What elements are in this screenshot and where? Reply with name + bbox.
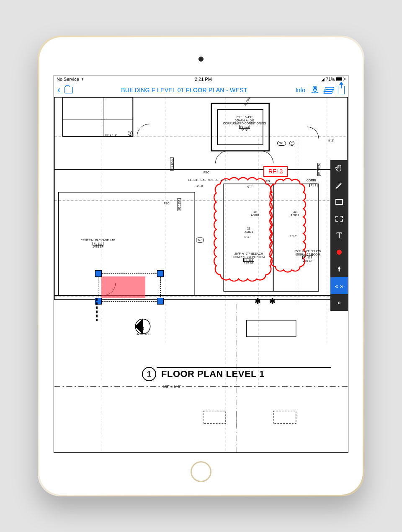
door-122c: F1 122C <box>170 158 174 170</box>
label-dim2: 14'-0" <box>196 184 204 188</box>
svg-rect-25 <box>63 97 133 137</box>
svg-rect-17 <box>54 97 348 300</box>
tag-38: 38A0801 <box>291 210 299 217</box>
label-corridor: CORRI <box>307 179 316 182</box>
rectangle-tool[interactable] <box>330 194 348 210</box>
back-button[interactable]: ‹ <box>57 85 60 96</box>
selection-rectangle[interactable] <box>98 273 161 302</box>
svg-text:✱: ✱ <box>269 297 276 305</box>
svg-rect-33 <box>273 411 296 424</box>
tag-n7: N7 <box>196 238 204 243</box>
pencil-tool[interactable] <box>330 177 348 194</box>
svg-rect-31 <box>246 320 296 336</box>
svg-text:✱: ✱ <box>255 297 261 305</box>
battery-percent: 71% <box>326 77 335 82</box>
label-dim3: 6'-4" <box>247 185 253 189</box>
label-corridor-code: F1 1 <box>309 183 317 187</box>
label-dim1: 15'-9 1/2" <box>105 134 117 137</box>
resize-handle-br[interactable] <box>157 298 164 305</box>
label-ct-room: 35°F +/-4°F BELOW 60%RH CT ROOM F1 113 2… <box>287 250 329 263</box>
svg-point-4 <box>314 87 315 88</box>
selection-leader <box>96 298 98 321</box>
wifi-icon: ᯤ <box>81 77 85 82</box>
label-fec2: FEC <box>164 202 170 205</box>
dashed-rectangle-tool[interactable] <box>330 210 348 227</box>
label-fec1: FEC <box>204 171 209 174</box>
door-115a: F1 115A <box>178 198 181 211</box>
resize-handle-tr[interactable] <box>157 270 164 277</box>
ipad-frame: No Service ᯤ 2:21 PM ◢ 71% ‹ BUILDING F … <box>38 36 364 496</box>
tag-35: 35A0801 <box>251 210 259 217</box>
selection-fill <box>101 276 145 298</box>
more-tools-button[interactable]: » <box>330 294 348 311</box>
section-2: 2 <box>142 327 144 331</box>
tag-33: 33A0801 <box>245 227 253 233</box>
label-elec: ELECTRICAL PANELS, S.E.D. <box>188 178 228 182</box>
info-button[interactable]: Info <box>296 87 305 93</box>
layers-icon[interactable] <box>325 87 333 93</box>
label-fd: +FD <box>264 180 270 183</box>
pan-tool[interactable] <box>330 160 348 177</box>
drawing-canvas[interactable]: ✱ ✱ SLOPE 73°F +/- 4°F; <box>54 97 348 452</box>
label-conditioning: 73°F +/- 4°F; 60%RH +/- 5% CORRUGATED CO… <box>222 116 268 132</box>
record-tool[interactable] <box>330 244 348 261</box>
door-122d: F1 122D <box>317 163 321 176</box>
svg-rect-2 <box>344 78 345 80</box>
share-icon[interactable] <box>338 86 345 94</box>
home-button[interactable] <box>191 461 211 482</box>
document-title[interactable]: BUILDING F LEVEL 01 FLOOR PLAN - WEST <box>77 87 291 93</box>
app-screen: No Service ᯤ 2:21 PM ◢ 71% ‹ BUILDING F … <box>54 75 348 453</box>
status-bar: No Service ᯤ 2:21 PM ◢ 71% <box>54 75 348 83</box>
clock: 2:21 PM <box>195 77 212 82</box>
label-dim6: 9'-2" <box>328 139 334 142</box>
resize-handle-tl[interactable] <box>95 270 102 277</box>
plan-number-circle: 1 <box>142 367 156 381</box>
label-compression: 20°F +/- 2°F BLEACH COMPRESSION ROOM F1 … <box>226 252 272 265</box>
rfi-annotation[interactable]: RFI 3 <box>263 166 288 177</box>
files-icon[interactable] <box>64 87 73 93</box>
tag-2b: 2 <box>289 141 294 146</box>
svg-rect-1 <box>337 77 342 80</box>
text-tool[interactable]: T <box>330 227 348 244</box>
pin-tool[interactable] <box>330 261 348 277</box>
carrier-text: No Service <box>57 77 79 82</box>
label-dim4: 8'-7" <box>245 235 250 239</box>
battery-arrow-icon: ◢ <box>321 77 325 82</box>
plan-scale: 1/8" = 1'-0" <box>163 385 181 389</box>
tag-w1: W1 <box>277 141 286 146</box>
svg-rect-32 <box>203 411 226 424</box>
plan-title: FLOOR PLAN LEVEL 1 <box>161 369 265 380</box>
plan-title-row: 1 FLOOR PLAN LEVEL 1 <box>142 367 265 381</box>
label-central-lab: CENTRAL PACKAGE LAB F1 115 1438 SF <box>71 239 125 248</box>
app-toolbar: ‹ BUILDING F LEVEL 01 FLOOR PLAN - WEST … <box>54 83 348 97</box>
label-dim5: 12'-5" <box>290 235 297 238</box>
annotation-toolbar: T « » » <box>330 160 348 311</box>
camera-icon <box>198 57 204 62</box>
location-pin-icon[interactable] <box>310 85 320 96</box>
section-ref: A0101C <box>137 333 149 336</box>
tag-2a: 2 <box>128 131 133 136</box>
ipad-bezel: No Service ᯤ 2:21 PM ◢ 71% ‹ BUILDING F … <box>39 37 363 495</box>
expand-toolbar-button[interactable]: « » <box>330 277 348 294</box>
